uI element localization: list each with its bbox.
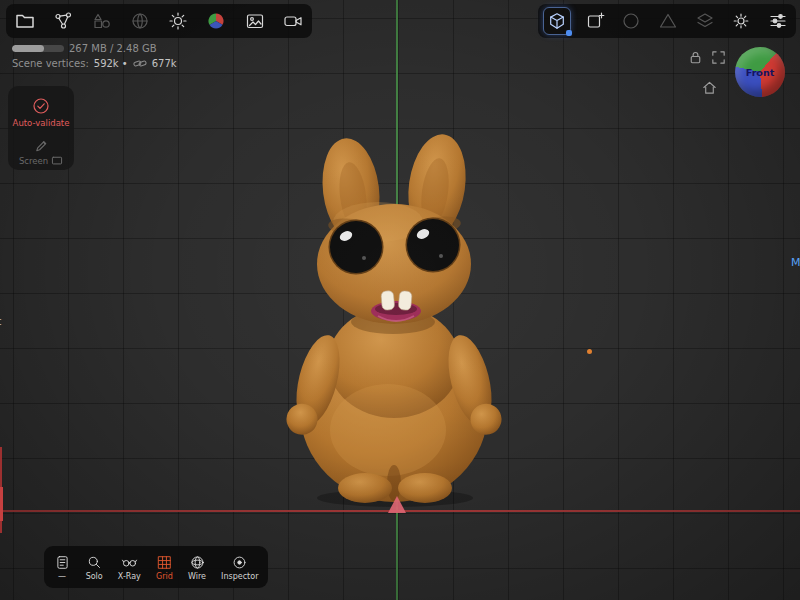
check-circle-icon[interactable] <box>31 96 51 116</box>
lock-icon[interactable] <box>687 49 704 66</box>
material-sphere-icon[interactable] <box>203 8 229 34</box>
memory-text: 267 MB / 2.48 GB <box>69 43 157 54</box>
app-window: M t <box>0 0 800 600</box>
solo-button[interactable]: Solo <box>86 554 103 581</box>
origin-marker <box>388 496 406 513</box>
collapse-label: — <box>58 573 66 581</box>
magnifier-icon <box>86 554 103 571</box>
solo-label: Solo <box>86 573 103 581</box>
orientation-gizmo[interactable]: Front <box>735 47 785 97</box>
inspector-icon <box>231 554 248 571</box>
camera-icon[interactable] <box>280 8 306 34</box>
xray-goggles-icon <box>121 554 138 571</box>
left-clipped-text: t <box>0 315 1 328</box>
pen-icon[interactable] <box>33 137 50 154</box>
top-left-toolbar <box>6 4 312 38</box>
primitives-icon[interactable] <box>89 8 115 34</box>
scene-panel-button[interactable]: — <box>54 554 71 581</box>
wire-label: Wire <box>188 573 206 581</box>
fullscreen-icon[interactable] <box>710 49 727 66</box>
grid-label: Grid <box>156 573 173 581</box>
select-tool-badge <box>566 30 572 36</box>
left-edge-red-line-2 <box>0 487 3 521</box>
layers-icon[interactable] <box>692 8 718 34</box>
sphere-icon[interactable] <box>618 8 644 34</box>
screen-label: Screen <box>19 156 48 166</box>
link-icon <box>133 59 147 68</box>
xray-label: X-Ray <box>118 573 141 581</box>
pyramid-icon[interactable] <box>655 8 681 34</box>
validate-panel: Auto-validate Screen <box>8 86 74 170</box>
inspector-label: Inspector <box>221 573 258 581</box>
select-transform-icon[interactable] <box>543 7 571 35</box>
open-folder-icon[interactable] <box>12 8 38 34</box>
environment-icon[interactable] <box>127 8 153 34</box>
lighting-icon[interactable] <box>165 8 191 34</box>
inspector-button[interactable]: Inspector <box>221 554 258 581</box>
memory-gauge <box>12 45 64 52</box>
node-graph-icon[interactable] <box>50 8 76 34</box>
xray-button[interactable]: X-Ray <box>118 554 141 581</box>
wireframe-icon <box>189 554 206 571</box>
vertices-label: Scene vertices: <box>12 58 89 69</box>
bottom-toolbar: — Solo X-Ray Grid Wire Inspecto <box>44 546 268 588</box>
screen-rect-icon <box>51 156 63 166</box>
screen-projection-button[interactable]: Screen <box>19 156 63 166</box>
bunny-shapes <box>283 131 505 507</box>
right-clipped-text: M <box>791 256 800 269</box>
grid-button[interactable]: Grid <box>156 554 173 581</box>
auto-validate-button[interactable]: Auto-validate <box>13 118 70 128</box>
sliders-icon[interactable] <box>765 8 791 34</box>
add-object-icon[interactable] <box>582 8 608 34</box>
vertices-value: 592k • <box>94 58 128 69</box>
gizmo-front-label: Front <box>746 67 774 78</box>
home-icon[interactable] <box>701 79 718 96</box>
grid-icon <box>156 554 173 571</box>
scene-stats: 267 MB / 2.48 GB Scene vertices: 592k • … <box>12 42 177 70</box>
image-icon[interactable] <box>242 8 268 34</box>
links-value: 677k <box>152 58 177 69</box>
scene-panel-icon <box>54 554 71 571</box>
settings-gear-icon[interactable] <box>728 8 754 34</box>
wire-button[interactable]: Wire <box>188 554 206 581</box>
top-right-toolbar <box>538 4 796 38</box>
